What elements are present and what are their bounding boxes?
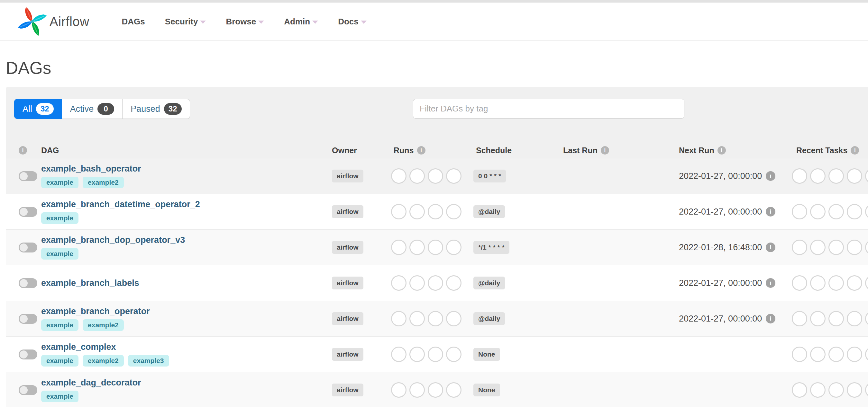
dag-tag[interactable]: example	[41, 355, 79, 367]
runs-info-icon[interactable]: i	[417, 146, 426, 155]
run-status-circle[interactable]	[428, 168, 443, 184]
run-status-circle[interactable]	[428, 311, 443, 326]
run-status-circle[interactable]	[391, 204, 406, 219]
run-status-circle[interactable]	[409, 240, 425, 255]
task-status-circle[interactable]	[847, 382, 862, 398]
run-status-circle[interactable]	[409, 347, 425, 362]
dag-link[interactable]: example_complex	[41, 342, 116, 352]
tab-all[interactable]: All 32	[14, 99, 62, 119]
task-status-circle[interactable]	[847, 240, 862, 255]
run-status-circle[interactable]	[428, 347, 443, 362]
task-status-circle[interactable]	[792, 347, 807, 362]
run-status-circle[interactable]	[409, 382, 425, 398]
run-status-circle[interactable]	[391, 382, 406, 398]
task-status-circle[interactable]	[847, 168, 862, 184]
nav-item-docs[interactable]: Docs	[328, 17, 377, 27]
task-status-circle[interactable]	[792, 204, 807, 219]
pause-toggle[interactable]	[19, 278, 37, 288]
dag-link[interactable]: example_branch_operator	[41, 306, 150, 316]
pause-toggle[interactable]	[19, 349, 37, 360]
task-status-circle[interactable]	[810, 382, 826, 398]
pause-toggle[interactable]	[19, 171, 37, 181]
nav-item-browse[interactable]: Browse	[216, 17, 274, 27]
dag-link[interactable]: example_branch_datetime_operator_2	[41, 200, 200, 209]
dag-tag[interactable]: example	[41, 177, 79, 188]
task-status-circle[interactable]	[792, 382, 807, 398]
airflow-brand-link[interactable]: Airflow	[17, 6, 89, 37]
dag-link[interactable]: example_branch_dop_operator_v3	[41, 235, 185, 245]
nav-item-security[interactable]: Security	[155, 17, 216, 27]
task-status-circle[interactable]	[829, 275, 844, 291]
task-status-circle[interactable]	[829, 347, 844, 362]
task-status-circle[interactable]	[847, 311, 862, 326]
next-run-info-icon[interactable]: i	[717, 146, 726, 155]
next-run-detail-info-icon[interactable]: i	[766, 314, 775, 324]
run-status-circle[interactable]	[391, 347, 406, 362]
run-status-circle[interactable]	[409, 168, 425, 184]
task-status-circle[interactable]	[847, 204, 862, 219]
task-status-circle[interactable]	[810, 347, 826, 362]
task-status-circle[interactable]	[829, 168, 844, 184]
run-status-circle[interactable]	[446, 382, 462, 398]
dag-tag[interactable]: example	[41, 248, 79, 260]
run-status-circle[interactable]	[428, 204, 443, 219]
nav-item-admin[interactable]: Admin	[274, 17, 328, 27]
run-status-circle[interactable]	[428, 240, 443, 255]
dag-tag[interactable]: example	[41, 319, 79, 331]
pause-column-info-icon[interactable]: i	[19, 146, 27, 155]
dag-link[interactable]: example_bash_operator	[41, 164, 141, 174]
tab-active[interactable]: Active 0	[62, 99, 123, 119]
run-status-circle[interactable]	[446, 240, 462, 255]
run-status-circle[interactable]	[446, 347, 462, 362]
dag-tag[interactable]: example2	[83, 177, 124, 188]
dag-link[interactable]: example_dag_decorator	[41, 378, 141, 388]
pause-toggle[interactable]	[19, 385, 37, 395]
pause-toggle[interactable]	[19, 207, 37, 217]
task-status-circle[interactable]	[792, 240, 807, 255]
task-status-circle[interactable]	[865, 204, 868, 219]
task-status-circle[interactable]	[865, 240, 868, 255]
next-run-detail-info-icon[interactable]: i	[766, 278, 775, 288]
pause-toggle[interactable]	[19, 314, 37, 324]
last-run-info-icon[interactable]: i	[601, 146, 609, 155]
run-status-circle[interactable]	[409, 204, 425, 219]
task-status-circle[interactable]	[829, 204, 844, 219]
run-status-circle[interactable]	[446, 275, 462, 291]
dag-tag[interactable]: example2	[83, 319, 124, 331]
task-status-circle[interactable]	[792, 168, 807, 184]
dag-tag[interactable]: example	[41, 212, 79, 224]
run-status-circle[interactable]	[428, 275, 443, 291]
task-status-circle[interactable]	[865, 311, 868, 326]
task-status-circle[interactable]	[829, 382, 844, 398]
task-status-circle[interactable]	[865, 347, 868, 362]
run-status-circle[interactable]	[446, 168, 462, 184]
recent-tasks-info-icon[interactable]: i	[850, 146, 859, 155]
task-status-circle[interactable]	[792, 275, 807, 291]
pause-toggle[interactable]	[19, 242, 37, 252]
run-status-circle[interactable]	[391, 275, 406, 291]
tab-paused[interactable]: Paused 32	[123, 99, 190, 119]
filter-dags-by-tag-input[interactable]	[413, 99, 684, 118]
task-status-circle[interactable]	[810, 311, 826, 326]
task-status-circle[interactable]	[829, 311, 844, 326]
task-status-circle[interactable]	[865, 382, 868, 398]
task-status-circle[interactable]	[847, 275, 862, 291]
task-status-circle[interactable]	[810, 240, 826, 255]
dag-link[interactable]: example_branch_labels	[41, 278, 139, 288]
task-status-circle[interactable]	[810, 168, 826, 184]
task-status-circle[interactable]	[865, 275, 868, 291]
task-status-circle[interactable]	[810, 204, 826, 219]
run-status-circle[interactable]	[391, 168, 406, 184]
run-status-circle[interactable]	[446, 311, 462, 326]
run-status-circle[interactable]	[428, 382, 443, 398]
dag-tag[interactable]: example3	[128, 355, 169, 367]
next-run-detail-info-icon[interactable]: i	[766, 242, 775, 252]
run-status-circle[interactable]	[409, 275, 425, 291]
dag-tag[interactable]: example	[41, 391, 79, 402]
task-status-circle[interactable]	[865, 168, 868, 184]
task-status-circle[interactable]	[847, 347, 862, 362]
task-status-circle[interactable]	[829, 240, 844, 255]
next-run-detail-info-icon[interactable]: i	[766, 207, 775, 216]
run-status-circle[interactable]	[409, 311, 425, 326]
run-status-circle[interactable]	[391, 240, 406, 255]
